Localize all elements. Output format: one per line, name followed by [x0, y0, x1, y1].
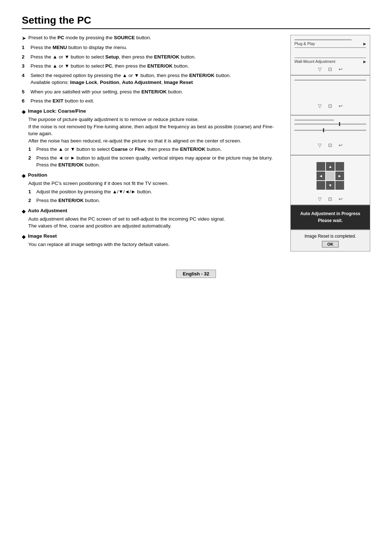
tv-screen-3: ▽ ⊡ ↩	[290, 115, 370, 155]
diamond-icon-1: ◆	[22, 109, 26, 114]
auto-adjustment-body: Auto adjustment allows the PC screen of …	[28, 215, 283, 230]
left-column: ➤ Preset to the PC mode by pressing the …	[22, 35, 283, 251]
step-6: 6 Press the EXIT button to exit.	[22, 97, 283, 105]
position-body: Adjust the PC's screen positioning if it…	[28, 180, 283, 187]
auto-adjustment-banner: Auto Adjustment in Progress Please wait.	[290, 205, 370, 230]
tv-pos-mr: ►	[335, 172, 344, 180]
page-title: Setting the PC	[22, 15, 370, 29]
tv-slider-fine	[294, 130, 366, 131]
tv-bottom-icons-4: ▽ ⊡ ↩	[294, 196, 366, 203]
step-2: 2 Press the ▲ or ▼ button to select Setu…	[22, 53, 283, 61]
step-3: 3 Press the ▲ or ▼ button to select PC, …	[22, 63, 283, 70]
page-footer: English - 32	[22, 266, 370, 278]
tv-pos-container: ▲ ◄ ► ▼	[294, 158, 366, 193]
position-substeps: 1 Adjust the position by pressing the ▲/…	[28, 188, 283, 204]
auto-banner-line1: Auto Adjustment in Progress	[300, 211, 360, 216]
tv-icon-enter-4: ⊡	[328, 196, 332, 202]
steps-list: 1 Press the MENU button to display the m…	[22, 44, 283, 105]
tv-icon-menu-3: ▽	[318, 142, 322, 148]
tv-icon-menu-2: ▽	[318, 103, 322, 109]
tv-bar-top-1	[294, 39, 352, 40]
tv-slider-gap	[294, 126, 366, 128]
tv-bar-divider-1	[294, 47, 366, 48]
position-title: Position	[28, 172, 47, 178]
diamond-icon-2: ◆	[22, 173, 26, 178]
tv-bar-divider-2	[294, 57, 366, 58]
tv-track-fine	[294, 130, 366, 131]
tv-icon-enter-2: ⊡	[328, 103, 332, 109]
tv-bar-top-2	[294, 80, 366, 81]
position-header: ◆ Position	[22, 172, 283, 178]
image-reset-body: You can replace all image settings with …	[28, 241, 283, 248]
tv-icon-return-4: ↩	[339, 196, 343, 202]
image-lock-header: ◆ Image Lock: Coarse/Fine	[22, 108, 283, 114]
substep-1-1: 1 Press the ▲ or ▼ button to select Coar…	[28, 146, 283, 153]
tv-menu-label-2: Wall-Mount Adjustment	[294, 59, 335, 64]
auto-adjustment-header: ◆ Auto Adjustment	[22, 208, 283, 214]
tv-pos-grid: ▲ ◄ ► ▼	[317, 162, 344, 190]
diamond-icon-3: ◆	[22, 208, 26, 214]
image-reset-header: ◆ Image Reset	[22, 233, 283, 239]
tv-pos-br	[335, 181, 344, 190]
substep-1-2: 2 Press the ◄ or ► button to adjust the …	[28, 154, 283, 169]
tv-bottom-icons-1: ▽ ⊡ ↩	[294, 67, 366, 73]
auto-adjustment-title: Auto Adjustment	[28, 208, 67, 213]
tv-icon-enter: ⊡	[328, 67, 332, 72]
tv-pos-bl	[317, 181, 325, 190]
step-1: 1 Press the MENU button to display the m…	[22, 44, 283, 51]
tv-slider-spacer	[294, 132, 366, 140]
image-lock-substeps: 1 Press the ▲ or ▼ button to select Coar…	[28, 146, 283, 169]
step-4: 4 Select the required option by pressing…	[22, 72, 283, 86]
tv-screen-1: Plug & Play ▶ Wall-Mount Adjustment ▶ ▽ …	[290, 35, 370, 75]
arrow-icon: ➤	[22, 35, 26, 41]
tv-slider-coarse	[294, 124, 366, 125]
substep-2-2: 2 Press the ENTER/OK button.	[28, 197, 283, 204]
tv-pos-tc: ▲	[326, 162, 335, 171]
main-layout: ➤ Preset to the PC mode by pressing the …	[22, 35, 370, 251]
tv-pos-tl	[317, 162, 325, 171]
diamond-icon-4: ◆	[22, 234, 26, 239]
tv-screen-2: ▽ ⊡ ↩	[290, 75, 370, 115]
image-lock-body: The purpose of picture quality adjustmen…	[28, 116, 283, 144]
tv-bottom-icons-3: ▽ ⊡ ↩	[294, 142, 366, 149]
auto-banner-line2: Please wait.	[318, 218, 343, 223]
right-column: Plug & Play ▶ Wall-Mount Adjustment ▶ ▽ …	[290, 35, 370, 251]
substep-2-1: 1 Adjust the position by pressing the ▲/…	[28, 188, 283, 196]
tv-pos-mc	[326, 172, 335, 180]
tv-menu-row-2: Wall-Mount Adjustment ▶	[294, 59, 366, 64]
tv-spacer-1	[294, 49, 366, 56]
tv-icon-return-2: ↩	[339, 103, 343, 109]
tv-menu-arrow-1: ▶	[363, 42, 366, 46]
tv-menu-arrow-2: ▶	[363, 60, 366, 64]
tv-pos-tr	[335, 162, 344, 171]
tv-thumb-fine	[323, 128, 324, 132]
tv-icon-enter-3: ⊡	[328, 142, 332, 148]
step-5: 5 When you are satisfied with your setti…	[22, 88, 283, 96]
intro-line: ➤ Preset to the PC mode by pressing the …	[22, 35, 283, 41]
tv-icon-return-3: ↩	[339, 142, 343, 148]
tv-track-coarse	[294, 124, 366, 125]
tv-spacer-2	[294, 82, 366, 100]
footer-badge: English - 32	[176, 270, 216, 278]
tv-menu-label-1: Plug & Play	[294, 41, 315, 46]
tv-icon-return: ↩	[339, 67, 343, 72]
intro-text: Preset to the PC mode by pressing the SO…	[28, 35, 151, 40]
tv-menu-row-1: Plug & Play ▶	[294, 41, 366, 46]
tv-pos-ml: ◄	[317, 172, 325, 180]
tv-slider-bar-top	[294, 120, 334, 121]
tv-screen-4: ▲ ◄ ► ▼ ▽ ⊡ ↩	[290, 155, 370, 205]
image-lock-title: Image Lock: Coarse/Fine	[28, 108, 86, 114]
tv-icon-menu-4: ▽	[318, 196, 322, 202]
tv-pos-bc: ▼	[326, 181, 335, 190]
reset-ok-button[interactable]: OK	[322, 241, 339, 247]
image-reset-banner: Image Reset is completed. OK	[290, 230, 370, 251]
tv-bottom-icons-2: ▽ ⊡ ↩	[294, 103, 366, 110]
tv-icon-menu: ▽	[318, 67, 322, 72]
image-reset-title: Image Reset	[28, 233, 57, 239]
tv-thumb-coarse	[339, 122, 340, 126]
reset-message: Image Reset is completed.	[294, 234, 366, 239]
